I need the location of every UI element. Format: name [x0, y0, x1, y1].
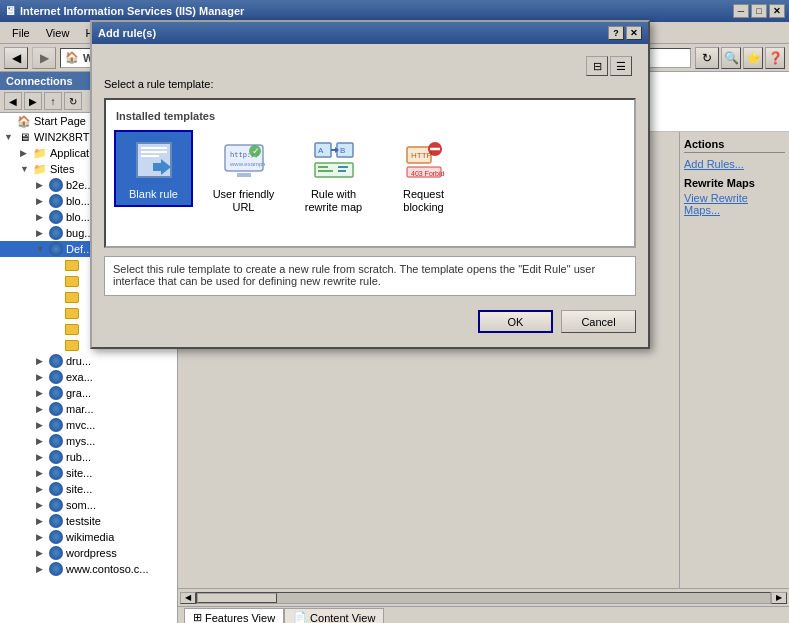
modal-buttons: OK Cancel: [104, 306, 636, 337]
modal-close-button[interactable]: ✕: [626, 26, 642, 40]
menu-view[interactable]: View: [38, 25, 78, 41]
content-view-icon: 📄: [293, 611, 307, 623]
conn-tool-forward[interactable]: ▶: [24, 92, 42, 110]
modal-titlebar: Add rule(s) ? ✕: [92, 22, 648, 44]
blank-rule-label: Blank rule: [129, 188, 178, 201]
child-folder-icon4: [64, 306, 80, 320]
friendly-url-svg: http:// www.example.com ✓: [223, 139, 265, 181]
svg-text:B: B: [340, 146, 345, 155]
request-blocking-icon-wrapper: HTTP 403 Forbidden: [400, 136, 448, 184]
rewrite-map-svg: A B: [313, 139, 355, 181]
site-globe-icon: [48, 178, 64, 192]
templates-header: Installed templates: [116, 110, 624, 122]
server-icon: 🖥: [16, 130, 32, 144]
tree-item-gra[interactable]: ▶ gra...: [0, 385, 177, 401]
svg-rect-19: [318, 170, 333, 172]
request-blocking-label: Request blocking: [390, 188, 457, 214]
template-friendly-url[interactable]: http:// www.example.com ✓ User friendly …: [206, 132, 281, 218]
svg-text:✓: ✓: [252, 146, 260, 156]
tree-item-mar[interactable]: ▶ mar...: [0, 401, 177, 417]
tree-item-wordpress[interactable]: ▶ wordpress: [0, 545, 177, 561]
child-folder-icon5: [64, 322, 80, 336]
tree-item-dru[interactable]: ▶ dru...: [0, 353, 177, 369]
friendly-url-icon-wrapper: http:// www.example.com ✓: [220, 136, 268, 184]
svg-rect-3: [141, 155, 159, 157]
tree-item-site2[interactable]: ▶ site...: [0, 481, 177, 497]
modal-title: Add rule(s): [98, 27, 156, 39]
scroll-left-arrow[interactable]: ◀: [180, 592, 196, 604]
modal-dialog: Add rule(s) ? ✕ ⊟ ☰ Select a rule templa…: [90, 20, 650, 349]
cancel-button[interactable]: Cancel: [561, 310, 636, 333]
nav-help-btn[interactable]: ❓: [765, 47, 785, 69]
content-view-tab[interactable]: 📄 Content View: [284, 608, 384, 623]
tree-item-site1[interactable]: ▶ site...: [0, 465, 177, 481]
bottom-bar: ⊞ Features View 📄 Content View: [178, 606, 789, 623]
maximize-button[interactable]: □: [751, 4, 767, 18]
scroll-right-arrow[interactable]: ▶: [771, 592, 787, 604]
conn-tool-back[interactable]: ◀: [4, 92, 22, 110]
modal-toolbar-grid-btn[interactable]: ⊟: [586, 56, 608, 76]
tree-item-wikimedia[interactable]: ▶ wikimedia: [0, 529, 177, 545]
conn-tool-refresh[interactable]: ↻: [64, 92, 82, 110]
svg-marker-8: [237, 173, 251, 177]
add-rules-link[interactable]: Add Rules...: [684, 157, 785, 171]
nav-extra-btn2[interactable]: ⭐: [743, 47, 763, 69]
svg-rect-21: [338, 170, 346, 172]
child-folder-icon6: [64, 338, 80, 352]
rewrite-maps-section: Rewrite Maps: [684, 177, 785, 189]
conn-tool-up[interactable]: ↑: [44, 92, 62, 110]
template-request-blocking[interactable]: HTTP 403 Forbidden Request blocking: [386, 132, 461, 218]
modal-help-button[interactable]: ?: [608, 26, 624, 40]
scroll-thumb[interactable]: [197, 593, 277, 603]
templates-box: Installed templates: [104, 98, 636, 248]
tree-item-rub[interactable]: ▶ rub...: [0, 449, 177, 465]
tree-item-mvc[interactable]: ▶ mvc...: [0, 417, 177, 433]
svg-rect-20: [338, 166, 348, 168]
modal-prompt: Select a rule template:: [104, 78, 636, 90]
addr-home-icon: 🏠: [65, 51, 79, 64]
refresh-button[interactable]: ↻: [695, 47, 719, 69]
close-button[interactable]: ✕: [769, 4, 785, 18]
features-view-label: Features View: [205, 612, 275, 624]
request-blocking-svg: HTTP 403 Forbidden: [403, 139, 445, 181]
view-rewrite-maps-link[interactable]: View Rewrite Maps...: [684, 191, 785, 217]
modal-toolbar-list-btn[interactable]: ☰: [610, 56, 632, 76]
tree-item-mys[interactable]: ▶ mys...: [0, 433, 177, 449]
svg-text:A: A: [318, 146, 324, 155]
actions-header: Actions: [684, 136, 785, 153]
child-folder-icon3: [64, 290, 80, 304]
modal-content: ⊟ ☰ Select a rule template: Installed te…: [92, 44, 648, 347]
app-pools-icon: 📁: [32, 146, 48, 160]
tree-item-contoso[interactable]: ▶ www.contoso.c...: [0, 561, 177, 577]
template-blank-rule[interactable]: Blank rule: [116, 132, 191, 205]
svg-rect-1: [141, 147, 167, 149]
features-view-icon: ⊞: [193, 611, 202, 623]
back-button[interactable]: ◀: [4, 47, 28, 69]
rewrite-map-icon-wrapper: A B: [310, 136, 358, 184]
actions-panel: Actions Add Rules... Rewrite Maps View R…: [679, 132, 789, 588]
scroll-track[interactable]: [196, 592, 771, 604]
titlebar: 🖥 Internet Information Services (IIS) Ma…: [0, 0, 789, 22]
tree-item-exa[interactable]: ▶ exa...: [0, 369, 177, 385]
forward-button[interactable]: ▶: [32, 47, 56, 69]
tree-item-som[interactable]: ▶ som...: [0, 497, 177, 513]
connections-title: Connections: [6, 75, 73, 87]
blank-rule-svg: [133, 139, 175, 181]
ok-button[interactable]: OK: [478, 310, 553, 333]
template-rewrite-map[interactable]: A B Rule: [296, 132, 371, 218]
svg-rect-18: [318, 166, 328, 168]
horizontal-scrollbar: ◀ ▶: [178, 588, 789, 606]
rewrite-map-label: Rule with rewrite map: [300, 188, 367, 214]
tree-item-testsite[interactable]: ▶ testsite: [0, 513, 177, 529]
modal-toolbar: ⊟ ☰: [104, 54, 636, 78]
nav-right-buttons: ↻ 🔍 ⭐ ❓: [695, 47, 785, 69]
features-view-tab[interactable]: ⊞ Features View: [184, 608, 284, 623]
menu-file[interactable]: File: [4, 25, 38, 41]
minimize-button[interactable]: ─: [733, 4, 749, 18]
svg-text:www.example.com: www.example.com: [229, 161, 265, 167]
child-folder-icon1: [64, 258, 80, 272]
nav-extra-btn1[interactable]: 🔍: [721, 47, 741, 69]
svg-rect-2: [141, 151, 167, 153]
site-globe-icon3: [48, 210, 64, 224]
friendly-url-label: User friendly URL: [210, 188, 277, 214]
